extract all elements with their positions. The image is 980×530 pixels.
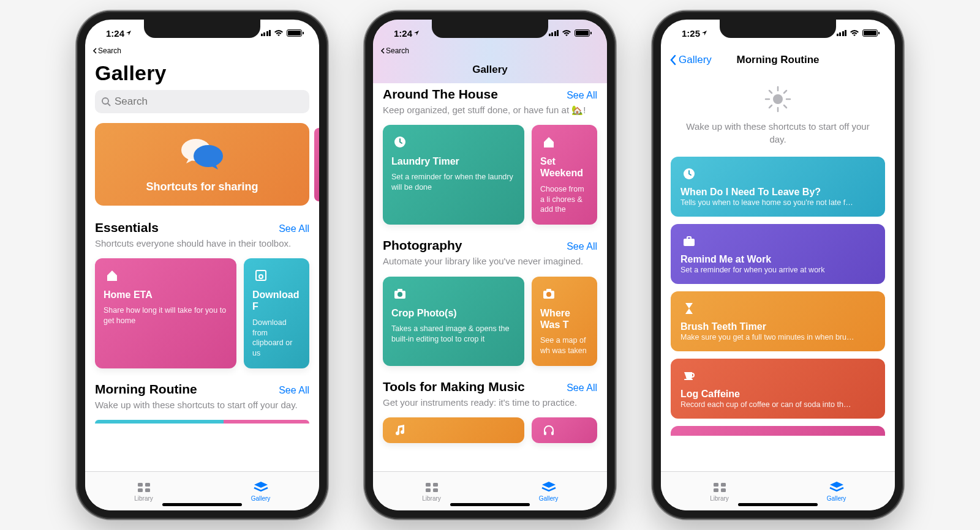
content: Gallery Shortcuts for sharing Essential <box>85 56 319 471</box>
scroll-view[interactable]: Wake up with these shortcuts to start of… <box>661 73 895 471</box>
card-subtitle: Choose from a li chores & add the <box>540 184 589 215</box>
phone-frame: 1:24 Search Gallery <box>364 11 616 519</box>
music-cards <box>383 417 597 443</box>
card-title: Home ETA <box>104 289 228 300</box>
hero-title: Shortcuts for sharing <box>105 181 300 193</box>
card-subtitle: Tells you when to leave home so you're n… <box>680 198 875 208</box>
chevron-left-icon <box>92 48 97 54</box>
location-icon <box>701 30 707 36</box>
card-music-1[interactable] <box>383 417 524 443</box>
home-indicator[interactable] <box>450 503 530 506</box>
card-subtitle: Set a reminder for when you arrive at wo… <box>680 265 875 275</box>
card-crop[interactable]: Crop Photo(s) Takes a shared image & ope… <box>383 277 524 366</box>
section-sub: Shortcuts everyone should have in their … <box>95 237 309 250</box>
clock-icon <box>391 133 409 151</box>
svg-rect-36 <box>721 483 726 487</box>
card-subtitle: Share how long it will take for you to g… <box>104 305 228 326</box>
phone-gallery-scroll: 1:24 Search Gallery <box>364 11 616 519</box>
sun-icon <box>671 73 885 120</box>
status-time: 1:24 <box>106 28 132 39</box>
svg-line-29 <box>769 105 772 108</box>
shortcut-remind-work[interactable]: Remind Me at Work Set a reminder for whe… <box>671 224 885 284</box>
hourglass-icon <box>680 300 698 317</box>
location-icon <box>413 30 420 36</box>
clock-icon <box>680 165 698 182</box>
card-title: Crop Photo(s) <box>391 307 516 319</box>
card-subtitle: Takes a shared image & opens the built-i… <box>391 324 516 345</box>
phone-frame: 1:24 Search Gallery <box>77 11 328 519</box>
briefcase-icon <box>680 233 698 250</box>
tab-label: Gallery <box>539 495 559 502</box>
shortcut-brush-teeth[interactable]: Brush Teeth Timer Make sure you get a fu… <box>671 291 885 351</box>
see-all-button[interactable]: See All <box>567 383 597 394</box>
svg-rect-6 <box>145 483 150 487</box>
gallery-icon <box>829 480 845 494</box>
status-icons <box>837 29 878 37</box>
hero-card[interactable]: Shortcuts for sharing <box>95 123 309 206</box>
battery-icon <box>575 29 590 37</box>
shortcut-leave-by[interactable]: When Do I Need To Leave By? Tells you wh… <box>671 157 885 217</box>
section-title: Photography <box>383 238 462 253</box>
tab-label: Library <box>710 495 729 502</box>
card-laundry[interactable]: Laundry Timer Set a reminder for when th… <box>383 125 524 225</box>
svg-rect-34 <box>684 379 693 380</box>
card-title: Brush Teeth Timer <box>680 321 875 332</box>
svg-rect-33 <box>687 237 691 239</box>
time-label: 1:24 <box>394 28 412 39</box>
back-to-search[interactable]: Search <box>85 47 319 56</box>
home-icon <box>104 267 121 284</box>
content: Wake up with these shortcuts to start of… <box>661 73 895 471</box>
shortcut-log-caffeine[interactable]: Log Caffeine Record each cup of coffee o… <box>671 359 885 419</box>
see-all-button[interactable]: See All <box>279 385 309 396</box>
time-label: 1:24 <box>106 28 124 39</box>
card-where[interactable]: Where Was T See a map of wh was taken <box>532 277 597 366</box>
card-subtitle: Make sure you get a full two minutes in … <box>680 332 875 343</box>
svg-rect-35 <box>714 483 718 487</box>
back-label: Gallery <box>679 54 712 66</box>
svg-point-2 <box>194 145 223 167</box>
notch <box>144 20 260 38</box>
gallery-icon <box>253 480 269 494</box>
scroll-view[interactable]: Gallery Shortcuts for sharing Essential <box>85 56 319 471</box>
section-head-around: Around The House See All <box>383 87 597 102</box>
notch <box>720 20 836 38</box>
status-time: 1:25 <box>682 28 707 39</box>
signal-icon <box>261 30 271 36</box>
screen: 1:24 Search Gallery <box>373 20 607 510</box>
home-indicator[interactable] <box>162 503 242 506</box>
section-title: Tools for Making Music <box>383 379 525 394</box>
library-icon <box>136 480 152 494</box>
svg-point-0 <box>102 98 108 104</box>
section-title: Essentials <box>95 220 159 235</box>
card-title: Download F <box>252 289 301 312</box>
back-button[interactable]: Gallery <box>669 54 712 66</box>
svg-rect-12 <box>398 289 402 291</box>
card-home-eta[interactable]: Home ETA Share how long it will take for… <box>95 258 236 368</box>
headphone-icon <box>540 424 557 437</box>
search-field[interactable] <box>95 90 309 113</box>
back-to-search[interactable]: Search <box>373 47 607 56</box>
svg-rect-15 <box>546 289 551 291</box>
section-title: Around The House <box>383 87 498 102</box>
section-sub: Automate your library like you've never … <box>383 255 597 267</box>
card-subtitle: Download from clipboard or us <box>252 318 301 359</box>
see-all-button[interactable]: See All <box>567 90 597 101</box>
photo-cards: Crop Photo(s) Takes a shared image & ope… <box>383 277 597 366</box>
detail-description: Wake up with these shortcuts to start of… <box>671 120 885 157</box>
svg-point-4 <box>259 275 263 278</box>
see-all-button[interactable]: See All <box>567 241 597 252</box>
see-all-button[interactable]: See All <box>279 223 309 234</box>
section-head-essentials: Essentials See All <box>95 220 309 235</box>
location-icon <box>126 30 132 36</box>
search-input[interactable] <box>115 95 303 108</box>
scroll-view[interactable]: Around The House See All Keep organized,… <box>373 83 607 471</box>
card-weekend[interactable]: Set Weekend Choose from a li chores & ad… <box>532 125 597 225</box>
around-cards: Laundry Timer Set a reminder for when th… <box>383 125 597 225</box>
cup-icon <box>680 367 698 384</box>
card-music-2[interactable] <box>532 417 597 443</box>
card-download[interactable]: Download F Download from clipboard or us <box>244 258 309 368</box>
home-indicator[interactable] <box>738 503 818 506</box>
card-subtitle: See a map of wh was taken <box>540 335 589 356</box>
card-title: Log Caffeine <box>680 388 875 400</box>
svg-line-30 <box>784 91 786 93</box>
